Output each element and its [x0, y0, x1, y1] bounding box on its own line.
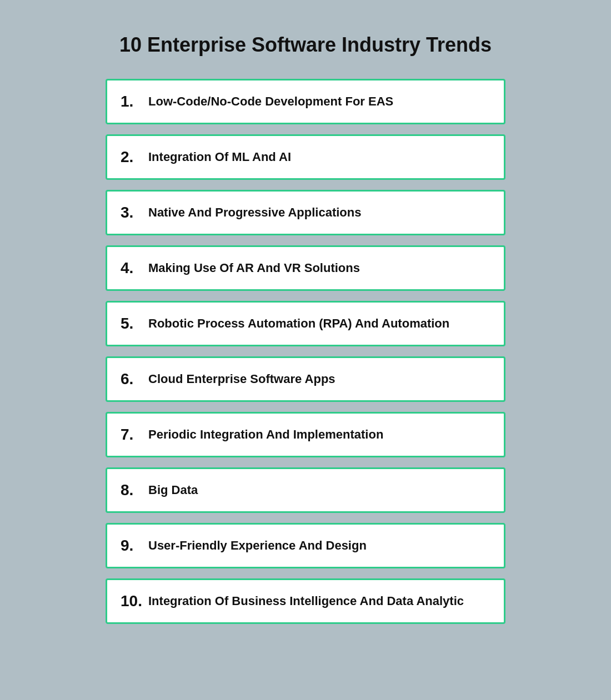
item-label: Integration Of Business Intelligence And…: [148, 594, 464, 608]
item-label: Robotic Process Automation (RPA) And Aut…: [148, 316, 449, 331]
page-title: 10 Enterprise Software Industry Trends: [119, 33, 492, 57]
item-label: Cloud Enterprise Software Apps: [148, 372, 335, 386]
list-item: 9.User-Friendly Experience And Design: [106, 523, 505, 568]
item-label: Big Data: [148, 483, 198, 497]
item-number: 5.: [121, 315, 148, 333]
item-number: 6.: [121, 370, 148, 388]
list-item: 8.Big Data: [106, 467, 505, 513]
list-item: 4.Making Use Of AR And VR Solutions: [106, 245, 505, 291]
item-number: 1.: [121, 93, 148, 110]
item-label: Low-Code/No-Code Development For EAS: [148, 94, 393, 109]
item-number: 2.: [121, 148, 148, 166]
list-item: 3.Native And Progressive Applications: [106, 190, 505, 235]
list-item: 2.Integration Of ML And AI: [106, 134, 505, 180]
item-number: 10.: [121, 592, 148, 610]
item-number: 7.: [121, 426, 148, 444]
item-number: 9.: [121, 537, 148, 555]
item-number: 3.: [121, 204, 148, 221]
list-item: 6.Cloud Enterprise Software Apps: [106, 356, 505, 402]
list-item: 10.Integration Of Business Intelligence …: [106, 578, 505, 624]
list-item: 7.Periodic Integration And Implementatio…: [106, 412, 505, 457]
item-label: User-Friendly Experience And Design: [148, 538, 367, 553]
item-label: Native And Progressive Applications: [148, 205, 361, 220]
item-label: Integration Of ML And AI: [148, 150, 291, 164]
item-number: 4.: [121, 259, 148, 277]
trends-list: 1.Low-Code/No-Code Development For EAS2.…: [106, 79, 505, 624]
item-label: Periodic Integration And Implementation: [148, 427, 383, 442]
list-item: 5.Robotic Process Automation (RPA) And A…: [106, 301, 505, 346]
item-label: Making Use Of AR And VR Solutions: [148, 261, 360, 275]
item-number: 8.: [121, 481, 148, 499]
list-item: 1.Low-Code/No-Code Development For EAS: [106, 79, 505, 124]
